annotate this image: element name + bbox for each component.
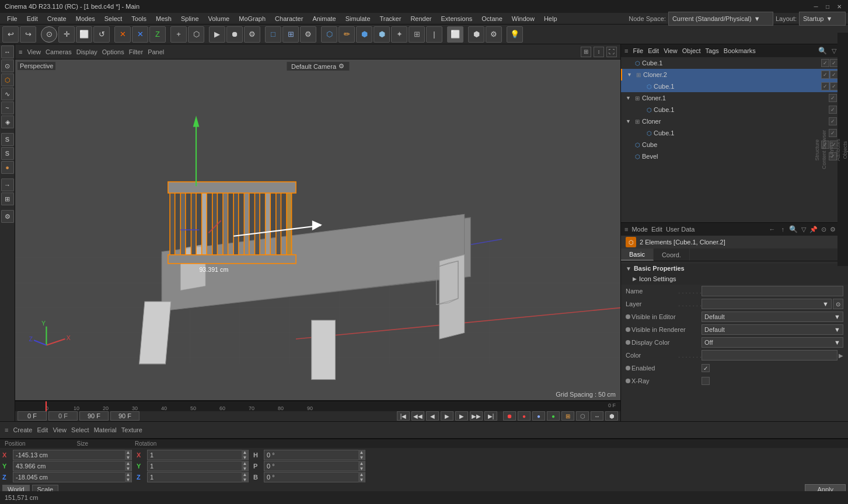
obj-expand-cloner[interactable]: ▼	[626, 118, 633, 124]
vt-panel[interactable]: Panel	[148, 48, 164, 55]
prop-name-input[interactable]: <<Multiple Values>>	[702, 286, 843, 296]
record-btn[interactable]: ⏺	[226, 26, 243, 43]
record-auto-button[interactable]: ⏺	[503, 411, 516, 421]
rec-scale[interactable]: ●	[532, 411, 545, 421]
obj-ctrl-c2-2[interactable]: ✓	[830, 71, 838, 79]
rot-h-input[interactable]	[264, 452, 358, 459]
subdivide-btn[interactable]: ✦	[391, 26, 407, 43]
sidebar-s2[interactable]: S	[1, 147, 14, 160]
edge-mode[interactable]: ✕	[132, 26, 148, 43]
mat-edit[interactable]: Edit	[37, 426, 48, 433]
rot-p-down[interactable]: ▼	[358, 466, 365, 471]
obj-cube1-child-row[interactable]: ⬡ Cube.1 ✓ ✓	[621, 80, 848, 92]
coord-y-down[interactable]: ▼	[125, 466, 131, 471]
shading-btn[interactable]: ⬢	[468, 26, 484, 43]
viewport-3d[interactable]: Perspective Default Camera ⚙ Grid Spacin…	[15, 60, 620, 400]
obj-ctrl-check1[interactable]: ✓	[821, 59, 829, 67]
objects-object[interactable]: Object	[682, 47, 701, 54]
obj-ctrl-cl1-1[interactable]: ✓	[829, 94, 837, 102]
menu-octane[interactable]: Octane	[477, 13, 507, 24]
attr-nav-up[interactable]: ↑	[781, 226, 785, 233]
menu-render[interactable]: Render	[406, 13, 436, 24]
menu-select[interactable]: Select	[100, 13, 127, 24]
axis-btn[interactable]: |	[426, 26, 442, 43]
menu-window[interactable]: Window	[507, 13, 539, 24]
rot-p-up[interactable]: ▲	[358, 461, 365, 466]
node-space-dropdown[interactable]: Current (Standard/Physical) ▼	[668, 12, 773, 26]
coord-x-up[interactable]: ▲	[125, 450, 131, 455]
strip-structure[interactable]: Structure	[814, 137, 820, 163]
sidebar-spline[interactable]: ∿	[1, 88, 14, 100]
size-x-down[interactable]: ▼	[242, 455, 248, 460]
layout-dropdown[interactable]: Startup ▼	[799, 12, 846, 26]
size-x-up[interactable]: ▲	[242, 450, 248, 455]
obj-cloner-row[interactable]: ▼ ⊞ Cloner ✓ ✓	[621, 116, 848, 127]
mat-material[interactable]: Material	[94, 426, 117, 433]
strip-objects[interactable]: Objects	[842, 139, 848, 162]
vt-view[interactable]: View	[27, 48, 41, 55]
size-z-up[interactable]: ▲	[242, 472, 248, 477]
obj-ctrl-c1cl-1[interactable]: ✓	[829, 129, 837, 137]
render-settings[interactable]: ⚙	[300, 26, 316, 43]
menu-simulate[interactable]: Simulate	[341, 13, 375, 24]
rot-b-input[interactable]	[264, 474, 358, 481]
sidebar-arrow[interactable]: →	[1, 178, 14, 191]
menu-character[interactable]: Character	[270, 13, 308, 24]
objects-search-icon[interactable]: 🔍	[818, 47, 827, 55]
move-tool-button[interactable]: ⊙	[41, 26, 57, 43]
size-z-down[interactable]: ▼	[242, 477, 248, 482]
attr-nav-back[interactable]: ←	[769, 226, 776, 233]
objects-bookmarks[interactable]: Bookmarks	[724, 47, 756, 54]
prop-enabled-checkbox[interactable]	[702, 364, 710, 372]
size-y-up[interactable]: ▲	[242, 461, 248, 466]
sidebar-deform[interactable]: ~	[1, 102, 14, 114]
obj-ctrl-cl-1[interactable]: ✓	[829, 117, 837, 125]
sidebar-gen[interactable]: ◈	[1, 116, 14, 128]
vp-ctrl-1[interactable]: ⊞	[581, 47, 591, 57]
coord-x-pos-input[interactable]	[13, 452, 125, 459]
rot-b-down[interactable]: ▼	[358, 477, 365, 482]
keyframe-btn[interactable]: ⚙	[244, 26, 260, 43]
close-button[interactable]: ✕	[835, 2, 843, 10]
group-btn[interactable]: ⬡	[188, 26, 204, 43]
minimize-button[interactable]: ─	[812, 2, 820, 10]
go-start-button[interactable]: |◀	[397, 411, 410, 421]
rec-all[interactable]: ⊞	[561, 411, 574, 421]
scale-tool-button[interactable]: ✛	[58, 26, 75, 43]
vt-cameras[interactable]: Cameras	[46, 48, 72, 55]
play-button[interactable]: ▶	[441, 411, 453, 421]
menu-create[interactable]: Create	[43, 13, 71, 24]
light-btn[interactable]: 💡	[507, 26, 523, 43]
sidebar-transform[interactable]: ↔	[1, 46, 14, 58]
mat-view[interactable]: View	[53, 426, 67, 433]
poly-mode[interactable]: Z	[149, 26, 166, 43]
attr-filter-icon[interactable]: ▽	[801, 226, 806, 233]
attr-tab-basic[interactable]: Basic	[621, 249, 654, 261]
next-button[interactable]: ▶	[455, 411, 468, 421]
rec-pos[interactable]: ●	[518, 411, 531, 421]
coord-x-down[interactable]: ▼	[125, 455, 131, 460]
menu-mesh[interactable]: Mesh	[151, 13, 176, 24]
menu-modes[interactable]: Modes	[71, 13, 100, 24]
mat-texture[interactable]: Texture	[121, 426, 142, 433]
sym-btn[interactable]: ⊞	[409, 26, 425, 43]
prev-frame-button[interactable]: ◀◀	[411, 411, 424, 421]
prop-xray-checkbox[interactable]	[702, 377, 710, 385]
obj-ctrl-c1-cl1-1[interactable]: ✓	[829, 106, 837, 114]
obj-ctrl-c1c-2[interactable]: ✓	[830, 82, 838, 90]
maximize-button[interactable]: □	[823, 2, 832, 10]
objects-tags[interactable]: Tags	[706, 47, 719, 54]
rec-params[interactable]: ⬡	[576, 411, 589, 421]
current-frame-display[interactable]: 0 F	[18, 411, 47, 421]
sidebar-sel2[interactable]: ⊞	[1, 192, 14, 205]
size-y-down[interactable]: ▼	[242, 466, 248, 471]
obj-ctrl-check2[interactable]: ✓	[830, 59, 838, 67]
render-view[interactable]: □	[265, 26, 281, 43]
viewport-cube-btn[interactable]: ⬡	[321, 26, 337, 43]
sidebar-select[interactable]: ⊙	[1, 60, 14, 72]
menu-extensions[interactable]: Extensions	[436, 13, 477, 24]
poly-obj-btn[interactable]: ⬢	[374, 26, 390, 43]
icon-settings-header[interactable]: ▶ Icon Settings	[621, 274, 848, 284]
obj-ctrl-c1c-1[interactable]: ✓	[821, 82, 829, 90]
prop-display-color-dropdown[interactable]: Off ▼	[702, 337, 843, 348]
